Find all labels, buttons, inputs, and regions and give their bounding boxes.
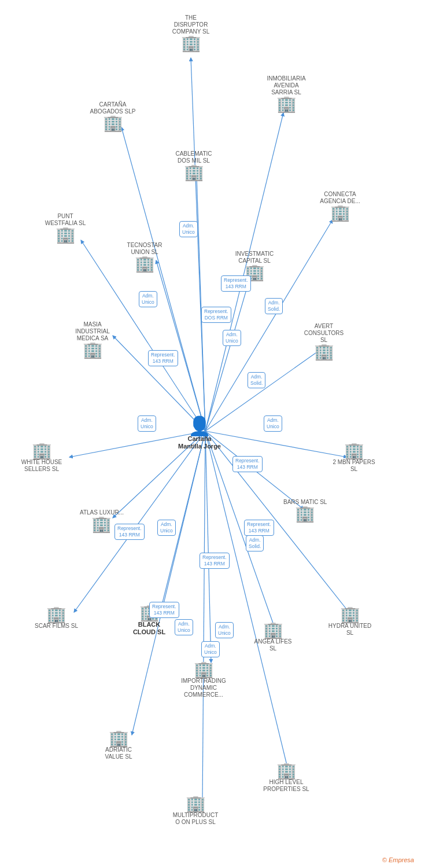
- badge-represent-lower-right[interactable]: Represent.143 RRM: [232, 456, 263, 472]
- node-angea-lifes[interactable]: 🏢 ANGEA LIFES SL: [250, 622, 296, 652]
- node-cablematic[interactable]: CABLEMATIC DOS MIL SL 🏢: [171, 150, 217, 181]
- punt-westfalia-icon: 🏢: [56, 227, 76, 243]
- bars-matic-icon: 🏢: [295, 506, 315, 522]
- punt-westfalia-label: PUNT WESTFALIA SL: [42, 213, 88, 227]
- disruptor-label: THE DISRUPTOR COMPANY SL: [168, 14, 214, 35]
- badge-adm-solid-lower[interactable]: Adm.Solid.: [248, 372, 265, 388]
- importrading-label: IMPORTRADING DYNAMIC COMMERCE...: [180, 678, 227, 698]
- node-high-level[interactable]: 🏢 HIGH LEVEL PROPERTIES SL: [263, 763, 309, 793]
- svg-line-3: [197, 176, 205, 431]
- svg-line-0: [191, 58, 205, 431]
- badge-adm-unico-importrading[interactable]: Adm.Unico: [201, 641, 220, 657]
- 2mbn-icon: 🏢: [344, 443, 364, 459]
- badge-represent-bars[interactable]: Represent.143 RRM: [244, 520, 274, 536]
- badge-adm-unico-mid[interactable]: Adm.Unico: [223, 330, 241, 346]
- badge-adm-unico-atlas[interactable]: Adm.Unico: [157, 520, 176, 536]
- atlas-icon: 🏢: [91, 516, 112, 532]
- multiproducto-icon: 🏢: [186, 796, 206, 812]
- high-level-icon: 🏢: [276, 763, 297, 779]
- connecta-label: CONNECTA AGENCIA DE...: [317, 191, 363, 205]
- center-label: Cartaña Mantilla Jorge: [176, 435, 223, 450]
- badge-represent-dos-rrm[interactable]: Represent.DOS RRM: [201, 307, 231, 323]
- scar-films-label: SCAR FILMS SL: [35, 623, 78, 630]
- node-punt-westfalia[interactable]: PUNT WESTFALIA SL 🏢: [42, 213, 88, 243]
- connecta-icon: 🏢: [330, 205, 350, 221]
- node-multiproducto[interactable]: 🏢 MULTIPRODUCTO ON PLUS SL: [172, 796, 219, 826]
- node-hydra-united[interactable]: 🏢 HYDRA UNITED SL: [327, 606, 373, 637]
- investmatic-label: INVESTMATIC CAPITAL SL: [231, 251, 278, 264]
- svg-line-7: [205, 272, 252, 431]
- node-connecta[interactable]: CONNECTA AGENCIA DE... 🏢: [317, 191, 363, 221]
- badge-adm-solid-bars[interactable]: Adm.Solid.: [246, 535, 264, 551]
- badge-adm-unico-1[interactable]: Adm.Unico: [179, 221, 198, 237]
- tecnostar-label: TECNOSTAR UNION SL: [121, 242, 168, 256]
- node-importrading[interactable]: 🏢 IMPORTRADING DYNAMIC COMMERCE...: [180, 661, 227, 698]
- multiproducto-label: MULTIPRODUCTO ON PLUS SL: [172, 812, 219, 826]
- copyright-text: © Empresa: [382, 856, 414, 863]
- node-adriatic[interactable]: 🏢 ADRIATIC VALUE SL: [95, 730, 142, 760]
- cablematic-label: CABLEMATIC DOS MIL SL: [171, 150, 217, 164]
- black-cloud-label: BLACK CLOUD SL: [126, 621, 172, 636]
- high-level-label: HIGH LEVEL PROPERTIES SL: [263, 779, 309, 793]
- masia-label: MASIA INDUSTRIAL MEDICA SA: [69, 321, 116, 342]
- center-node[interactable]: 👤 Cartaña Mantilla Jorge: [176, 417, 223, 450]
- cablematic-icon: 🏢: [184, 164, 204, 181]
- 2mbn-label: 2 MBN PAPERS SL: [331, 459, 377, 473]
- avert-icon: 🏢: [314, 344, 334, 360]
- node-disruptor[interactable]: THE DISRUPTOR COMPANY SL 🏢: [168, 14, 214, 52]
- masia-icon: 🏢: [83, 342, 103, 358]
- badge-represent-center-lower[interactable]: Represent.143 RRM: [200, 553, 230, 569]
- node-masia[interactable]: MASIA INDUSTRIAL MEDICA SA 🏢: [69, 321, 116, 358]
- node-cartana-abogados[interactable]: CARTAÑA ABOGADOS SLP 🏢: [90, 101, 136, 131]
- tecnostar-icon: 🏢: [135, 256, 155, 272]
- graph-container: 👤 Cartaña Mantilla Jorge THE DISRUPTOR C…: [0, 0, 421, 868]
- node-bars-matic[interactable]: BARS MATIC SL 🏢: [283, 499, 327, 522]
- hydra-united-label: HYDRA UNITED SL: [327, 623, 373, 637]
- inmobiliaria-label: INMOBILIARIA AVENIDA SARRIA SL: [263, 75, 309, 96]
- badge-adm-unico-left-center[interactable]: Adm.Unico: [138, 415, 156, 432]
- adriatic-label: ADRIATIC VALUE SL: [95, 746, 142, 760]
- svg-line-21: [202, 431, 205, 803]
- node-tecnostar[interactable]: TECNOSTAR UNION SL 🏢: [121, 242, 168, 272]
- svg-line-17: [205, 431, 350, 613]
- svg-line-6: [156, 260, 205, 431]
- badge-represent-atlas[interactable]: Represent.143 RRM: [115, 524, 145, 540]
- badge-adm-unico-angea[interactable]: Adm.Unico: [215, 622, 234, 638]
- avert-label: AVERT CONSULTORS SL: [301, 323, 347, 344]
- node-inmobiliaria[interactable]: INMOBILIARIA AVENIDA SARRIA SL 🏢: [263, 75, 309, 112]
- badge-represent-black-cloud[interactable]: Represent.143 RRM: [149, 602, 179, 618]
- badge-adm-solid-right[interactable]: Adm.Solid.: [265, 298, 283, 314]
- node-white-house[interactable]: 🏢 WHITE HOUSE SELLERS SL: [19, 443, 65, 473]
- angea-lifes-label: ANGEA LIFES SL: [250, 638, 296, 652]
- white-house-icon: 🏢: [32, 443, 52, 459]
- scar-films-icon: 🏢: [46, 606, 67, 623]
- angea-lifes-icon: 🏢: [263, 622, 283, 638]
- svg-line-20: [205, 431, 288, 770]
- svg-line-18: [205, 431, 211, 663]
- inmobiliaria-icon: 🏢: [276, 96, 297, 112]
- cartana-abogados-label: CARTAÑA ABOGADOS SLP: [90, 101, 136, 115]
- svg-line-11: [205, 431, 347, 457]
- badge-adm-unico-right-center[interactable]: Adm.Unico: [264, 415, 282, 432]
- adriatic-icon: 🏢: [109, 730, 129, 746]
- badge-represent-masia[interactable]: Represent.143 RRM: [148, 350, 178, 366]
- badge-adm-unico-black-cloud[interactable]: Adm.Unico: [175, 619, 193, 635]
- node-avert[interactable]: AVERT CONSULTORS SL 🏢: [301, 323, 347, 360]
- importrading-icon: 🏢: [194, 661, 214, 678]
- badge-adm-unico-tecnostar[interactable]: Adm.Unico: [139, 291, 157, 307]
- node-2mbn[interactable]: 🏢 2 MBN PAPERS SL: [331, 443, 377, 473]
- white-house-label: WHITE HOUSE SELLERS SL: [19, 459, 65, 473]
- hydra-united-icon: 🏢: [340, 606, 360, 623]
- badge-represent-investmatic[interactable]: Represent.143 RRM: [221, 275, 251, 292]
- cartana-abogados-icon: 🏢: [103, 115, 123, 131]
- disruptor-icon: 🏢: [181, 35, 201, 52]
- node-scar-films[interactable]: 🏢 SCAR FILMS SL: [35, 606, 78, 630]
- person-icon: 👤: [188, 417, 211, 435]
